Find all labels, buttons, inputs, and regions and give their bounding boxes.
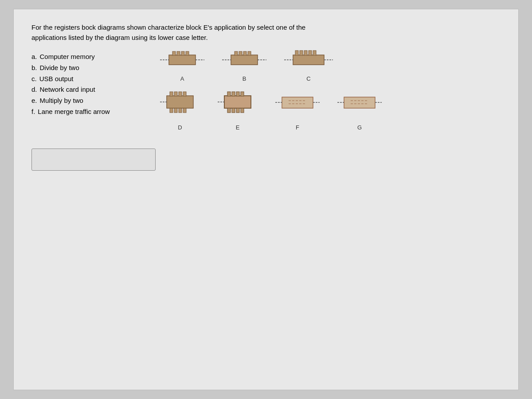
diagram-g-label: G: [357, 124, 362, 131]
svg-rect-10: [243, 51, 246, 55]
option-f-text: Lane merge traffic arrow: [38, 106, 110, 117]
svg-rect-29: [179, 108, 182, 113]
question-line2: applications listed by the diagram using…: [31, 34, 208, 41]
svg-rect-47: [344, 97, 375, 108]
diagram-a: A: [160, 47, 204, 82]
svg-rect-3: [181, 51, 184, 55]
option-c-text: USB output: [39, 74, 74, 85]
diagram-e: E: [218, 89, 258, 131]
diagram-g: G: [337, 89, 382, 131]
svg-rect-35: [236, 92, 239, 96]
option-e-letter: e.: [31, 95, 37, 106]
diagram-e-label: E: [236, 124, 240, 131]
svg-rect-9: [239, 51, 242, 55]
diagram-g-svg: [337, 89, 382, 122]
svg-rect-39: [236, 108, 239, 113]
diagram-b-label: B: [243, 75, 246, 82]
question-line1: For the registers bock diagrams shown ch…: [31, 23, 305, 31]
svg-rect-30: [183, 108, 186, 113]
svg-rect-4: [186, 51, 189, 55]
content-area: a. Computer memory b. Divide by two c. U…: [31, 51, 501, 131]
svg-rect-8: [235, 51, 238, 55]
svg-rect-14: [293, 55, 324, 65]
diagram-b-svg: [222, 47, 266, 74]
diagram-d: D: [160, 89, 200, 131]
svg-rect-11: [248, 51, 251, 55]
diagram-c-svg: [284, 47, 333, 74]
svg-rect-7: [231, 55, 258, 65]
option-d-text: Network card input: [40, 84, 95, 95]
svg-rect-0: [169, 55, 196, 65]
svg-rect-16: [300, 51, 303, 55]
diagram-f: F: [275, 89, 320, 131]
option-d-letter: d.: [31, 84, 37, 95]
svg-rect-42: [282, 97, 313, 108]
svg-rect-32: [224, 96, 251, 108]
svg-rect-24: [174, 92, 177, 96]
svg-rect-34: [232, 92, 235, 96]
svg-rect-19: [313, 51, 316, 55]
option-b[interactable]: b. Divide by two: [31, 63, 142, 74]
option-a-text: Computer memory: [40, 51, 95, 63]
option-b-letter: b.: [31, 63, 37, 74]
option-e[interactable]: e. Multiply by two: [31, 95, 142, 106]
svg-rect-1: [172, 51, 176, 55]
svg-rect-17: [304, 51, 307, 55]
svg-rect-22: [167, 96, 193, 108]
diagram-e-svg: [218, 89, 258, 122]
diagram-c-label: C: [306, 75, 310, 82]
diagram-f-label: F: [296, 124, 299, 131]
option-a[interactable]: a. Computer memory: [31, 51, 142, 63]
diagram-a-svg: [160, 47, 204, 74]
diagram-f-svg: [275, 89, 320, 122]
svg-rect-26: [183, 92, 186, 96]
svg-rect-18: [309, 51, 312, 55]
diagram-row-2: D: [160, 89, 382, 131]
svg-rect-23: [170, 92, 173, 96]
diagram-b: B: [222, 47, 266, 82]
svg-rect-25: [179, 92, 182, 96]
svg-rect-28: [174, 108, 177, 113]
option-e-text: Multiply by two: [40, 95, 83, 106]
option-f[interactable]: f. Lane merge traffic arrow: [31, 106, 142, 117]
svg-rect-37: [227, 108, 231, 113]
option-f-letter: f.: [31, 106, 35, 117]
svg-rect-38: [232, 108, 235, 113]
svg-rect-27: [170, 108, 173, 113]
answer-box[interactable]: [31, 149, 156, 171]
diagrams-area: A B: [160, 47, 382, 131]
option-a-letter: a.: [31, 51, 37, 63]
diagram-row-1: A B: [160, 47, 382, 82]
svg-rect-33: [227, 92, 231, 96]
diagram-c: C: [284, 47, 333, 82]
diagram-d-svg: [160, 89, 200, 122]
option-c-letter: c.: [31, 74, 37, 85]
options-list: a. Computer memory b. Divide by two c. U…: [31, 51, 142, 117]
option-b-text: Divide by two: [40, 63, 79, 74]
question-text: For the registers bock diagrams shown ch…: [31, 23, 501, 43]
option-c[interactable]: c. USB output: [31, 74, 142, 85]
option-d[interactable]: d. Network card input: [31, 84, 142, 95]
svg-rect-2: [177, 51, 180, 55]
diagram-a-label: A: [180, 75, 184, 82]
page: For the registers bock diagrams shown ch…: [13, 9, 519, 390]
svg-rect-15: [295, 51, 298, 55]
svg-rect-36: [241, 92, 244, 96]
svg-rect-40: [241, 108, 244, 113]
diagram-d-label: D: [178, 124, 182, 131]
